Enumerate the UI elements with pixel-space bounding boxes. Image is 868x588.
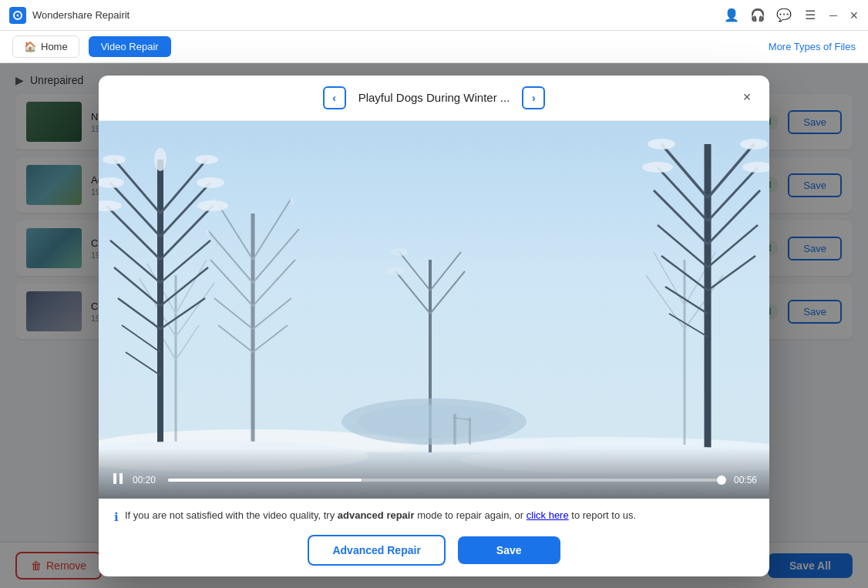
chevron-left-icon: ‹ [332,92,336,104]
modal-overlay: ‹ Playful Dogs During Winter ... › × [0,63,868,588]
svg-point-49 [103,155,126,164]
report-link[interactable]: click here [527,509,569,521]
svg-point-53 [197,177,224,188]
chat-icon[interactable]: 💬 [777,8,791,22]
modal-header: ‹ Playful Dogs During Winter ... › × [99,76,769,121]
progress-bar[interactable] [168,479,722,482]
svg-point-54 [197,200,228,211]
info-text: If you are not satisfied with the video … [125,509,636,521]
account-icon[interactable]: 👤 [725,8,738,22]
svg-point-52 [195,155,218,164]
more-types-link[interactable]: More Types of Files [769,41,856,52]
titlebar-left: Wondershare Repairit [9,7,130,24]
svg-point-78 [390,248,409,256]
time-current: 00:20 [133,475,160,486]
svg-line-32 [207,229,208,235]
app-icon [9,7,26,24]
video-player[interactable]: 00:20 00:56 [99,121,769,499]
svg-point-71 [740,139,768,150]
app-title: Wondershare Repairit [32,9,130,21]
menu-icon[interactable]: ☰ [803,8,817,22]
video-repair-label: Video Repair [101,41,159,52]
svg-rect-89 [119,473,123,484]
svg-point-70 [642,162,673,173]
close-button[interactable]: ✕ [849,9,859,22]
modal-title: Playful Dogs During Winter ... [358,91,510,104]
titlebar: Wondershare Repairit 👤 🎧 💬 ☰ ─ ✕ [0,0,868,31]
prev-button[interactable]: ‹ [323,86,346,109]
video-controls: 00:20 00:56 [99,449,769,499]
home-icon: 🏠 [24,41,36,52]
video-repair-tab[interactable]: Video Repair [89,36,171,57]
svg-rect-88 [113,473,116,484]
svg-line-33 [291,198,293,204]
modal-actions: Advanced Repair Save [114,535,754,566]
preview-modal: ‹ Playful Dogs During Winter ... › × [99,76,769,576]
svg-point-79 [385,267,406,275]
svg-point-81 [357,405,511,438]
navbar: 🏠 Home Video Repair More Types of Files [0,31,868,63]
advanced-repair-button[interactable]: Advanced Repair [308,535,445,566]
info-icon: ℹ [114,510,119,524]
time-total: 00:56 [729,475,757,486]
progress-fill [168,479,362,482]
next-button[interactable]: › [522,86,545,109]
save-modal-button[interactable]: Save [458,536,560,564]
main-area: ▶ Unrepaired Nature Forest.mp4 1920×1080… [0,63,868,588]
svg-line-13 [145,260,146,264]
modal-footer: ℹ If you are not satisfied with the vide… [99,499,769,576]
headphones-icon[interactable]: 🎧 [751,8,765,22]
svg-point-69 [648,139,675,150]
pause-button[interactable] [111,472,125,489]
home-tab[interactable]: 🏠 Home [12,35,79,58]
chevron-right-icon: › [532,92,536,104]
titlebar-icons: 👤 🎧 💬 ☰ ─ ✕ [725,8,859,22]
info-message: ℹ If you are not satisfied with the vide… [114,509,754,524]
svg-point-55 [154,148,167,171]
svg-rect-86 [469,418,471,445]
minimize-button[interactable]: ─ [829,9,837,22]
svg-line-14 [137,275,139,279]
home-label: Home [41,41,68,52]
modal-close-button[interactable]: × [737,88,757,108]
progress-thumb [717,475,726,485]
video-frame [99,121,769,499]
